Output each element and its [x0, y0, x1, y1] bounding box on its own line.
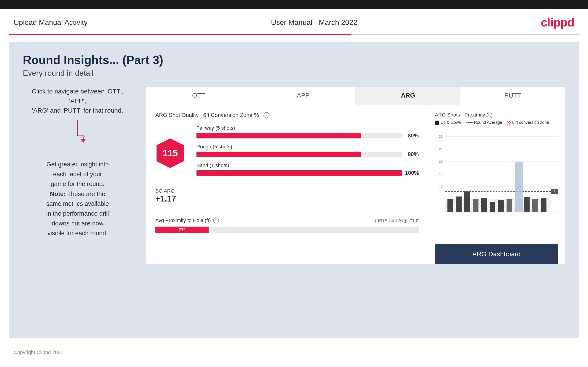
bar-fill-sand — [197, 170, 402, 176]
card-right: ARG Shots - Proximity (ft) Up & Down Rou… — [428, 105, 565, 264]
hexagon-badge: 115 — [156, 137, 185, 169]
pga-avg: ↑ PGA Tour Avg: 7'10" — [374, 218, 419, 223]
logo: clippd — [541, 16, 574, 29]
svg-rect-31 — [498, 200, 504, 212]
legend-updown: Up & Down — [435, 120, 461, 125]
proximity-bar-fill: 77' — [156, 226, 208, 233]
svg-text:30: 30 — [439, 135, 443, 138]
hex-number: 115 — [163, 148, 178, 158]
svg-rect-28 — [481, 198, 487, 212]
bar-fill-fairway — [197, 133, 361, 138]
sg-section: SG ARG +1.17 — [156, 188, 419, 204]
svg-rect-34 — [532, 199, 538, 212]
hex-container: 115 Fairway (5 shots) 80% — [156, 125, 419, 181]
tabs-row: OTT APP ARG PUTT — [146, 87, 565, 105]
svg-rect-26 — [464, 192, 470, 212]
insight-text: Get greater insight into each facet of y… — [23, 159, 132, 238]
bar-fill-rough — [197, 152, 361, 157]
bar-row-fairway: Fairway (5 shots) 80% — [197, 125, 419, 139]
chart-header: ARG Shots - Proximity (ft) Up & Down Rou… — [435, 112, 558, 125]
left-panel: Click to navigate between 'OTT', 'APP', … — [23, 87, 132, 238]
svg-rect-30 — [515, 162, 523, 212]
bar-bg-fairway — [197, 133, 402, 138]
svg-text:20: 20 — [439, 160, 443, 163]
legend-conversion: 6 ft conversion zone — [507, 120, 549, 125]
arg-dashboard-button[interactable]: ARG Dashboard — [435, 244, 558, 264]
legend-square-icon — [435, 121, 439, 125]
header-divider — [9, 34, 579, 35]
tab-app[interactable]: APP — [251, 87, 356, 105]
main-content: Round Insights... (Part 3) Every round i… — [9, 42, 579, 338]
proximity-cursor — [208, 226, 208, 233]
svg-text:10: 10 — [439, 185, 443, 189]
svg-text:0: 0 — [441, 210, 442, 214]
sg-label: SG ARG — [156, 188, 419, 194]
card-left: ARG Shot Quality 6ft Conversion Zone % ?… — [146, 105, 428, 264]
content-layout: Click to navigate between 'OTT', 'APP', … — [23, 87, 565, 264]
proximity-section: Avg Proximity to Hole (ft) ? ↑ PGA Tour … — [156, 213, 419, 233]
bar-label-fairway: Fairway (5 shots) — [197, 125, 419, 131]
legend-dash-icon — [466, 122, 473, 123]
sg-value: +1.17 — [156, 194, 419, 204]
note-bold: Note: — [50, 191, 66, 197]
svg-rect-35 — [541, 198, 546, 212]
bar-bg-rough — [197, 152, 402, 157]
copyright: Copyright Clippd 2021 — [14, 350, 63, 355]
bar-track-fairway: 80% — [197, 133, 419, 139]
svg-text:25: 25 — [439, 147, 443, 151]
svg-text:8: 8 — [553, 190, 555, 193]
svg-rect-27 — [473, 199, 478, 212]
proximity-bar-track: 77' — [156, 226, 419, 233]
bar-track-sand: 100% — [197, 170, 419, 176]
manual-label: User Manual - March 2022 — [271, 18, 357, 27]
nav-hint: Click to navigate between 'OTT', 'APP', … — [23, 87, 132, 146]
bar-label-rough: Rough (5 shots) — [197, 144, 419, 150]
svg-text:15: 15 — [439, 172, 443, 176]
bar-row-sand: Sand (1 shots) 100% — [197, 163, 419, 176]
tab-ott[interactable]: OTT — [146, 87, 251, 105]
card-header-row: ARG Shot Quality 6ft Conversion Zone % ? — [156, 112, 419, 118]
svg-text:5: 5 — [441, 197, 442, 201]
legend: Up & Down Round Average 6 ft conversion … — [435, 120, 549, 125]
legend-avg: Round Average — [466, 120, 502, 125]
header: Upload Manual Activity User Manual - Mar… — [0, 9, 588, 34]
legend-hatch-icon — [507, 121, 511, 125]
bar-label-sand: Sand (1 shots) — [197, 163, 419, 168]
bar-pct-fairway: 80% — [405, 133, 419, 139]
card-body: ARG Shot Quality 6ft Conversion Zone % ?… — [146, 105, 565, 264]
svg-rect-24 — [448, 199, 453, 212]
shot-quality-label: ARG Shot Quality — [156, 112, 199, 118]
svg-rect-32 — [507, 199, 512, 212]
footer: Copyright Clippd 2021 — [0, 345, 588, 360]
svg-rect-33 — [524, 197, 530, 212]
top-bar — [0, 0, 588, 9]
bar-rows: Fairway (5 shots) 80% Rough (5 shots) — [197, 125, 419, 181]
bar-track-rough: 80% — [197, 151, 419, 158]
proximity-label: Avg Proximity to Hole (ft) ? — [156, 217, 219, 223]
arrow-annotation — [67, 120, 88, 145]
svg-rect-29 — [490, 202, 495, 212]
bar-pct-rough: 80% — [405, 151, 419, 158]
page-subtitle: Every round in detail — [23, 69, 565, 77]
bar-pct-sand: 100% — [405, 170, 419, 176]
chart-title: ARG Shots - Proximity (ft) — [435, 112, 493, 118]
page-title: Round Insights... (Part 3) — [23, 53, 565, 67]
proximity-help-icon[interactable]: ? — [213, 217, 219, 223]
chart-area: 0 5 10 15 20 25 30 — [435, 129, 558, 244]
proximity-header: Avg Proximity to Hole (ft) ? ↑ PGA Tour … — [156, 217, 419, 223]
upload-label: Upload Manual Activity — [14, 18, 88, 27]
bar-bg-sand — [197, 170, 402, 176]
arg-chart-svg: 0 5 10 15 20 25 30 — [435, 129, 563, 215]
tab-putt[interactable]: PUTT — [460, 87, 565, 105]
bar-row-rough: Rough (5 shots) 80% — [197, 144, 419, 158]
tab-arg[interactable]: ARG — [356, 87, 460, 105]
conversion-label: 6ft Conversion Zone % — [203, 112, 259, 118]
svg-rect-25 — [456, 197, 462, 212]
help-icon[interactable]: ? — [264, 112, 269, 118]
right-panel: OTT APP ARG PUTT ARG Shot Quality 6ft Co… — [146, 87, 565, 264]
